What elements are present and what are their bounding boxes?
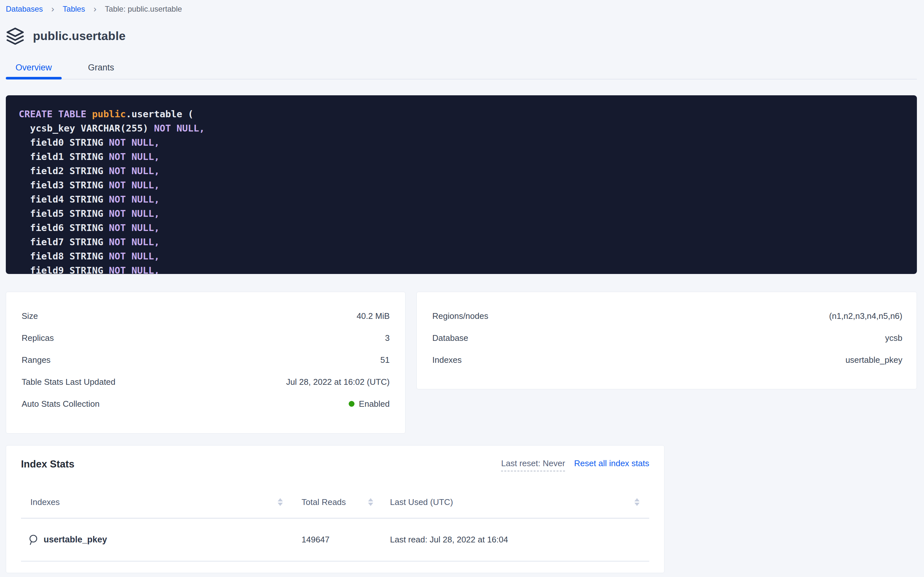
sql-token-plain: .usertable ( bbox=[126, 108, 194, 119]
sql-token-kw: NOT NULL, bbox=[154, 123, 205, 134]
breadcrumb: Databases › Tables › Table: public.usert… bbox=[6, 0, 917, 14]
detail-value: ycsb bbox=[885, 333, 902, 343]
magnifier-icon bbox=[27, 534, 39, 546]
sql-line: field6 STRING NOT NULL, bbox=[19, 221, 904, 235]
column-header-indexes-label: Indexes bbox=[21, 497, 60, 507]
detail-label: Auto Stats Collection bbox=[22, 399, 100, 409]
breadcrumb-current: Table: public.usertable bbox=[105, 5, 182, 14]
detail-value: 3 bbox=[385, 333, 390, 343]
sql-token-kw: NOT NULL, bbox=[109, 222, 159, 233]
sql-token-kw: NOT NULL, bbox=[109, 208, 159, 219]
breadcrumb-databases[interactable]: Databases bbox=[6, 5, 43, 14]
breadcrumb-tables[interactable]: Tables bbox=[63, 5, 85, 14]
sql-token-plain: field8 STRING bbox=[19, 251, 109, 262]
active-tab-underline bbox=[6, 77, 62, 79]
detail-value: (n1,n2,n3,n4,n5,n6) bbox=[829, 311, 902, 321]
sql-line: field9 STRING NOT NULL, bbox=[19, 263, 904, 274]
sql-line: field8 STRING NOT NULL, bbox=[19, 249, 904, 263]
sql-token-kw: NOT NULL, bbox=[109, 237, 159, 247]
sort-arrows-icon[interactable] bbox=[368, 498, 373, 506]
column-header-last-used-label: Last Used (UTC) bbox=[390, 497, 453, 507]
index-stats-title: Index Stats bbox=[21, 458, 74, 470]
index-table-header: Indexes Total Reads Last Used (UTC) bbox=[21, 486, 649, 518]
sql-line: field1 STRING NOT NULL, bbox=[19, 150, 904, 164]
detail-row: Auto Stats CollectionEnabled bbox=[22, 393, 390, 415]
index-stats-card: Index Stats Last reset: Never Reset all … bbox=[6, 445, 664, 573]
index-table-body: usertable_pkey149647Last read: Jul 28, 2… bbox=[21, 519, 649, 561]
sql-token-plain: field2 STRING bbox=[19, 165, 109, 176]
sql-token-plain: ycsb_key VARCHAR(255) bbox=[19, 123, 154, 134]
sql-line: field3 STRING NOT NULL, bbox=[19, 178, 904, 192]
sql-token-kw: NOT NULL, bbox=[109, 151, 159, 162]
sql-token-plain: field4 STRING bbox=[19, 194, 109, 205]
index-last-used: Last read: Jul 28, 2022 at 16:04 bbox=[390, 535, 649, 545]
detail-value: Enabled bbox=[349, 399, 390, 409]
sql-token-plain: field6 STRING bbox=[19, 222, 109, 233]
detail-value: usertable_pkey bbox=[845, 355, 902, 365]
detail-row: Table Stats Last UpdatedJul 28, 2022 at … bbox=[22, 371, 390, 393]
sql-token-kw: NOT NULL, bbox=[109, 137, 159, 148]
sql-token-kw: NOT NULL, bbox=[109, 265, 159, 274]
summary-cards: Size40.2 MiBReplicas3Ranges51Table Stats… bbox=[6, 292, 917, 434]
sql-token-kw: CREATE TABLE bbox=[19, 108, 92, 119]
sql-line: field7 STRING NOT NULL, bbox=[19, 235, 904, 249]
sql-token-kw: NOT NULL, bbox=[109, 180, 159, 190]
sql-line: field2 STRING NOT NULL, bbox=[19, 164, 904, 178]
index-total-reads: 149647 bbox=[302, 535, 390, 545]
sql-token-plain: field7 STRING bbox=[19, 237, 109, 247]
status-dot-icon bbox=[349, 401, 355, 407]
chevron-right-icon: › bbox=[51, 5, 54, 13]
chevron-right-icon: › bbox=[93, 5, 96, 13]
detail-row: Ranges51 bbox=[22, 349, 390, 371]
sql-token-kw: NOT NULL, bbox=[109, 165, 159, 176]
table-details-card: Size40.2 MiBReplicas3Ranges51Table Stats… bbox=[6, 292, 405, 434]
table-location-card: Regions/nodes(n1,n2,n3,n4,n5,n6)Database… bbox=[416, 292, 917, 389]
sql-line: CREATE TABLE public.usertable ( bbox=[19, 107, 904, 121]
sql-line: field4 STRING NOT NULL, bbox=[19, 192, 904, 206]
detail-label: Table Stats Last Updated bbox=[22, 377, 116, 387]
page-title: public.usertable bbox=[33, 29, 125, 43]
sql-line: ycsb_key VARCHAR(255) NOT NULL, bbox=[19, 121, 904, 135]
detail-row: Regions/nodes(n1,n2,n3,n4,n5,n6) bbox=[432, 305, 902, 327]
sql-token-plain: field9 STRING bbox=[19, 265, 109, 274]
detail-label: Ranges bbox=[22, 355, 51, 365]
detail-value: 51 bbox=[380, 355, 390, 365]
tab-grants-label: Grants bbox=[88, 63, 114, 73]
sql-token-schema: public bbox=[92, 108, 126, 119]
tab-overview-label: Overview bbox=[16, 63, 52, 73]
detail-label: Replicas bbox=[22, 333, 54, 343]
sort-arrows-icon[interactable] bbox=[278, 498, 283, 506]
sql-token-plain: field1 STRING bbox=[19, 151, 109, 162]
detail-label: Database bbox=[432, 333, 468, 343]
last-reset-label: Last reset: Never bbox=[501, 458, 565, 471]
layers-icon bbox=[6, 27, 24, 45]
sql-token-plain: field5 STRING bbox=[19, 208, 109, 219]
tab-grants[interactable]: Grants bbox=[79, 56, 124, 79]
detail-row: Size40.2 MiB bbox=[22, 305, 390, 327]
sql-token-kw: NOT NULL, bbox=[109, 251, 159, 262]
column-header-last-used[interactable]: Last Used (UTC) bbox=[390, 497, 649, 507]
detail-label: Regions/nodes bbox=[432, 311, 488, 321]
table-row-divider bbox=[21, 561, 649, 561]
tab-bar: Overview Grants bbox=[6, 56, 917, 79]
reset-all-index-stats-link[interactable]: Reset all index stats bbox=[574, 458, 649, 469]
index-stats-actions: Last reset: Never Reset all index stats bbox=[501, 458, 649, 471]
tab-overview[interactable]: Overview bbox=[6, 56, 62, 79]
sql-token-plain: field3 STRING bbox=[19, 180, 109, 190]
sql-token-kw: NOT NULL, bbox=[109, 194, 159, 205]
sort-arrows-icon[interactable] bbox=[635, 498, 640, 506]
index-name[interactable]: usertable_pkey bbox=[43, 535, 107, 545]
index-table-row: usertable_pkey149647Last read: Jul 28, 2… bbox=[21, 519, 649, 561]
detail-value: Jul 28, 2022 at 16:02 (UTC) bbox=[286, 377, 390, 387]
column-header-indexes[interactable]: Indexes bbox=[21, 497, 302, 507]
detail-value: 40.2 MiB bbox=[357, 311, 390, 321]
column-header-total-reads[interactable]: Total Reads bbox=[302, 497, 390, 507]
detail-label: Size bbox=[22, 311, 38, 321]
create-table-sql-box: CREATE TABLE public.usertable ( ycsb_key… bbox=[6, 95, 917, 274]
sql-token-plain: field0 STRING bbox=[19, 137, 109, 148]
sql-line: field0 STRING NOT NULL, bbox=[19, 135, 904, 150]
detail-row: Indexesusertable_pkey bbox=[432, 349, 902, 371]
detail-label: Indexes bbox=[432, 355, 462, 365]
column-header-total-reads-label: Total Reads bbox=[302, 497, 346, 507]
page-header: public.usertable bbox=[6, 26, 917, 47]
